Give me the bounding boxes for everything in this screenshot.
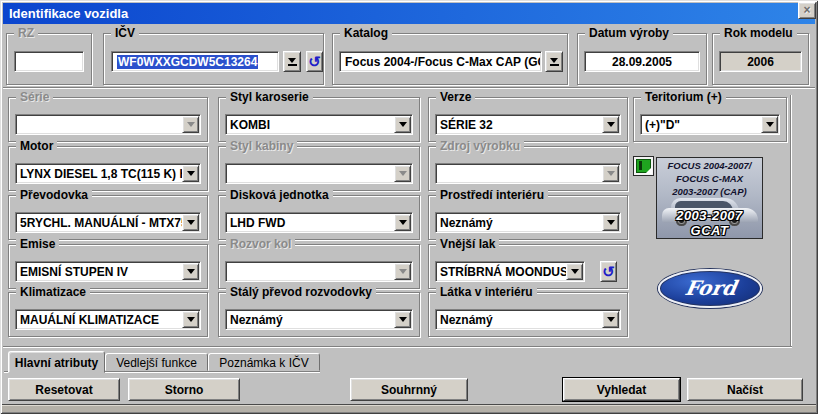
chevron-down-icon [766, 122, 774, 127]
katalog-dropdown-button[interactable] [545, 51, 563, 72]
icv-dropdown-button[interactable] [283, 51, 301, 72]
staly-prevod-combobox[interactable]: Neznámý [225, 309, 413, 330]
styl-karoserie-label: Styl karoserie [226, 90, 313, 104]
datum-vyroby-input[interactable]: 28.09.2005 [584, 51, 700, 72]
teritorium-dropdown-button[interactable] [761, 116, 778, 133]
group-zdroj-vyrobku: Zdroj výrobku [428, 146, 628, 191]
tab-vedlejsi-funkce[interactable]: Vedlejší funkce [105, 353, 208, 371]
tab-label: Hlavní atributy [15, 356, 98, 370]
group-katalog: Katalog Focus 2004-/Focus C-Max CAP (GC [332, 33, 568, 85]
icv-value: WF0WXXGCDW5C13264 [117, 55, 258, 69]
staly-prevod-dropdown-button[interactable] [394, 311, 411, 328]
close-button[interactable]: × [798, 2, 816, 19]
latka-v-interieru-combobox[interactable]: Neznámý [435, 309, 621, 330]
icv-input[interactable]: WF0WXXGCDW5C13264 [111, 51, 279, 72]
klimatizace-value: MAUÁLNÍ KLIMATIZACE [17, 311, 182, 328]
chevron-down-icon [399, 122, 407, 127]
chevron-down-icon [399, 269, 407, 274]
tab-hlavni-atributy[interactable]: Hlavní atributy [8, 351, 105, 373]
resetovat-button[interactable]: Resetovat [8, 378, 120, 401]
styl-karoserie-dropdown-button[interactable] [394, 116, 411, 133]
close-icon: × [803, 3, 810, 17]
icv-label: IČV [111, 26, 139, 40]
rz-input[interactable] [14, 51, 84, 72]
datum-vyroby-value: 28.09.2005 [586, 53, 698, 70]
group-datum-vyroby: Datum výroby 28.09.2005 [577, 33, 707, 85]
latka-v-interieru-label: Látka v interiéru [436, 285, 537, 299]
staly-prevod-label: Stálý převod rozvodovky [226, 285, 376, 299]
latka-v-interieru-dropdown-button[interactable] [602, 311, 619, 328]
catalog-image-line1: FOCUS 2004-2007/ [657, 158, 762, 171]
tab-poznamka-k-icv[interactable]: Poznámka k IČV [208, 353, 320, 371]
group-serie: Série [8, 97, 208, 142]
diskova-jednotka-value: LHD FWD [227, 214, 394, 231]
rok-modelu-field: 2006 [719, 51, 802, 72]
rozvor-kol-dropdown-button [394, 263, 411, 280]
prostredi-interieru-label: Prostředí interiéru [436, 188, 548, 202]
button-label: Storno [165, 383, 204, 397]
group-latka-v-interieru: Látka v interiéru Neznámý [428, 292, 628, 337]
diskova-jednotka-label: Disková jednotka [226, 188, 333, 202]
vyhledat-button[interactable]: Vyhledat [563, 378, 680, 401]
vnejsi-lak-value: STRÍBRNÁ MOONDUST (M [437, 263, 566, 280]
group-verze: Verze SÉRIE 32 [428, 97, 628, 142]
catalog-image: FOCUS 2004-2007/ FOCUS C-MAX 2003-2007 (… [656, 157, 763, 239]
chevron-down-icon [607, 171, 615, 176]
dropdown-list-icon [550, 58, 559, 66]
button-label: Resetovat [35, 383, 92, 397]
rz-value [16, 53, 82, 70]
vnejsi-lak-refresh-button[interactable]: ↺ [600, 261, 617, 282]
icv-refresh-button[interactable]: ↺ [306, 51, 323, 72]
katalog-combobox[interactable]: Focus 2004-/Focus C-Max CAP (GC [339, 51, 542, 72]
diskova-jednotka-combobox[interactable]: LHD FWD [225, 212, 413, 233]
latka-v-interieru-value: Neznámý [437, 311, 602, 328]
nacist-button[interactable]: Načíst [687, 378, 803, 401]
group-rok-modelu: Rok modelu 2006 [712, 33, 809, 85]
prostredi-interieru-dropdown-button[interactable] [602, 214, 619, 231]
panel-right-edge [790, 95, 792, 346]
motor-combobox[interactable]: LYNX DIESEL 1,8 TC(115 K) H [15, 163, 201, 184]
chevron-down-icon [187, 269, 195, 274]
zdroj-vyrobku-value [437, 165, 602, 182]
verze-dropdown-button[interactable] [602, 116, 619, 133]
vnejsi-lak-dropdown-button[interactable] [566, 263, 583, 280]
teritorium-combobox[interactable]: (+)"D" [640, 114, 780, 135]
panel-bottom-edge [3, 346, 792, 348]
klimatizace-combobox[interactable]: MAUÁLNÍ KLIMATIZACE [15, 309, 201, 330]
group-prevodovka: Převodovka 5RYCHL. MANUÁLNÍ - MTX75 [8, 195, 208, 240]
emise-dropdown-button[interactable] [182, 263, 199, 280]
styl-karoserie-combobox[interactable]: KOMBI [225, 114, 413, 135]
datum-vyroby-label: Datum výroby [585, 26, 673, 40]
klimatizace-label: Klimatizace [16, 285, 90, 299]
group-styl-kabiny: Styl kabiny [218, 146, 420, 191]
prevodovka-combobox[interactable]: 5RYCHL. MANUÁLNÍ - MTX75 [15, 212, 201, 233]
prevodovka-dropdown-button[interactable] [182, 214, 199, 231]
window-title: Identifikace vozidla [9, 6, 128, 21]
emise-combobox[interactable]: EMISNÍ STUPEN IV [15, 261, 201, 282]
diskova-jednotka-dropdown-button[interactable] [394, 214, 411, 231]
group-icv: IČV WF0WXXGCDW5C13264 ↺ [103, 33, 324, 85]
souhrnny-button[interactable]: Souhrnný [350, 378, 468, 401]
group-emise: Emise EMISNÍ STUPEN IV [8, 244, 208, 289]
chevron-down-icon [607, 317, 615, 322]
prevodovka-label: Převodovka [16, 188, 92, 202]
klimatizace-dropdown-button[interactable] [182, 311, 199, 328]
katalog-label: Katalog [340, 26, 392, 40]
verze-combobox[interactable]: SÉRIE 32 [435, 114, 621, 135]
motor-dropdown-button[interactable] [182, 165, 199, 182]
vnejsi-lak-combobox[interactable]: STRÍBRNÁ MOONDUST (M [435, 261, 585, 282]
chevron-down-icon [571, 269, 579, 274]
storno-button[interactable]: Storno [128, 378, 240, 401]
chevron-down-icon [399, 317, 407, 322]
prostredi-interieru-combobox[interactable]: Neznámý [435, 212, 621, 233]
group-rz: RZ [6, 33, 92, 85]
zdroj-vyrobku-dropdown-button [602, 165, 619, 182]
group-diskova-jednotka: Disková jednotka LHD FWD [218, 195, 420, 240]
chevron-down-icon [187, 317, 195, 322]
motor-label: Motor [16, 139, 57, 153]
ford-logo: Ford [658, 269, 762, 308]
serie-label: Série [16, 90, 53, 104]
katalog-value: Focus 2004-/Focus C-Max CAP (GC [341, 53, 540, 70]
icv-value-wrap: WF0WXXGCDW5C13264 [113, 53, 277, 70]
refresh-icon: ↺ [308, 54, 321, 69]
